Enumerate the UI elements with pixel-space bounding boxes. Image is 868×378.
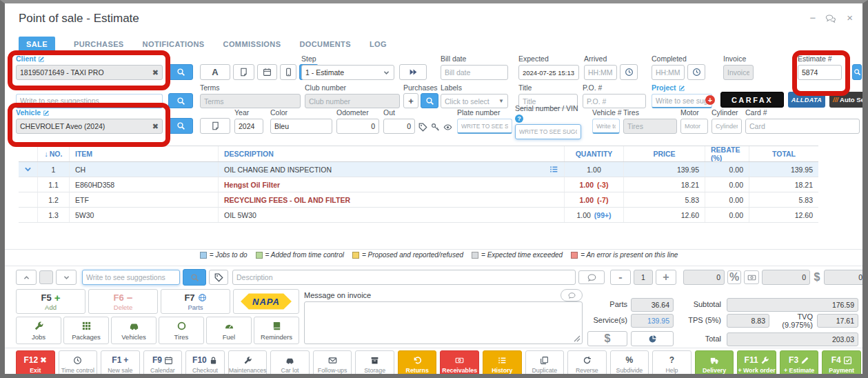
header-quantity[interactable]: QUANTITY (565, 146, 624, 161)
table-row[interactable]: 1.2 ETF RECYCLING FEES - OIL AND FILTER … (19, 192, 818, 208)
help-icon[interactable]: ? (515, 115, 523, 123)
time-control-button[interactable]: Time control (59, 350, 98, 378)
chart-button[interactable] (631, 331, 674, 346)
client-phone-button[interactable] (280, 64, 296, 80)
item-suggestion-input[interactable]: Write to see suggestions (82, 270, 180, 285)
new-sale-button[interactable]: F1+New sale (101, 350, 140, 378)
header-no[interactable]: ↓NO. (38, 146, 70, 161)
tires-button[interactable]: Tires (159, 317, 204, 344)
vehicle-tag-icon[interactable] (418, 121, 427, 133)
message-on-invoice-textarea[interactable] (304, 301, 583, 344)
estimate-refresh-button[interactable] (864, 64, 868, 80)
delivery-button[interactable]: Delivery (695, 350, 734, 378)
header-price[interactable]: PRICE (624, 146, 705, 161)
chevron-down-icon[interactable] (23, 165, 32, 174)
receivables-button[interactable]: Receivables (440, 350, 479, 378)
step-select[interactable]: 1 - Estimate (301, 65, 394, 80)
year-input[interactable]: 2024 (234, 119, 263, 134)
napa-button[interactable]: NAPA (233, 289, 299, 314)
quantity-minus-button[interactable]: - (610, 270, 631, 285)
tab-purchases[interactable]: PURCHASES (74, 40, 124, 48)
client-catalog-button[interactable]: A (200, 64, 230, 80)
autoserve-logo[interactable]: ///Auto Se (829, 92, 868, 108)
client-notes-button[interactable] (233, 64, 254, 80)
clear-vehicle-icon[interactable]: ✖ (152, 122, 159, 131)
completed-input[interactable]: HH:MM (652, 65, 685, 80)
follow-ups-button[interactable]: Follow-ups (313, 350, 352, 378)
card-number-input[interactable]: Card (745, 119, 860, 134)
odometer-input[interactable]: 0 (336, 119, 379, 134)
po-number-input[interactable]: P.O. # (583, 94, 646, 108)
item-description-input[interactable]: Description (232, 270, 576, 285)
job-details-icon[interactable] (549, 165, 558, 174)
vehicle-notes-button[interactable] (200, 118, 230, 134)
plate-number-input[interactable]: WRITE TO SEE SUGGE (457, 119, 512, 134)
work-order-button[interactable]: F11+ Work order (737, 350, 776, 378)
arrived-clock-button[interactable] (620, 64, 638, 80)
client-input[interactable]: 18195071649 - TAXI PRO✖ (16, 65, 163, 80)
add-purchase-button[interactable]: + (403, 93, 418, 108)
client-search-button[interactable] (168, 64, 193, 80)
header-item[interactable]: ITEM (70, 146, 219, 161)
clear-client-icon[interactable]: ✖ (152, 68, 159, 77)
duplicate-button[interactable]: Duplicate (525, 350, 565, 378)
tab-documents[interactable]: DOCUMENTS (299, 40, 351, 48)
cylinder-input[interactable]: Cylinder (711, 119, 742, 134)
quantity-input[interactable]: 1 (634, 270, 653, 285)
header-rebate[interactable]: REBATE (%) (705, 146, 749, 161)
expected-input[interactable]: 2024-07-25 15:13 (518, 65, 579, 80)
estimate-button[interactable]: F3+ Estimate (780, 350, 819, 378)
packages-button[interactable]: Packages (63, 317, 109, 344)
rebate-input[interactable]: 0 (683, 270, 725, 285)
completed-clock-button[interactable] (687, 64, 705, 80)
table-row[interactable]: 1 CH OIL CHANGE AND INSPECTION 1.00 139.… (19, 162, 818, 177)
project-input[interactable]: Write to see sugge (652, 94, 712, 108)
subdivide-button[interactable]: %Subdivide (610, 350, 649, 378)
money-button[interactable] (744, 270, 759, 284)
add-line-button[interactable]: F5+ Add (16, 289, 85, 314)
percent-button[interactable]: % (727, 270, 741, 284)
move-down-button[interactable] (56, 270, 77, 285)
motor-input[interactable]: Motor (680, 119, 708, 134)
header-description[interactable]: DESCRIPTION (219, 146, 565, 161)
tab-commissions[interactable]: COMMISSIONS (223, 40, 281, 48)
vehicle-input[interactable]: CHEVROLET Aveo (2024)✖ (16, 119, 163, 134)
maintenances-button[interactable]: Maintenances (228, 350, 268, 378)
client-appointments-button[interactable] (257, 64, 277, 80)
quantity-plus-button[interactable]: + (656, 270, 676, 285)
move-up-button[interactable] (16, 270, 37, 285)
exit-button[interactable]: F12✖Exit (16, 350, 55, 378)
alldata-logo[interactable]: ALLDATA (788, 92, 825, 108)
edit-icon[interactable] (678, 85, 685, 92)
dollar-toggle-button[interactable]: $ (587, 331, 627, 346)
tires-input[interactable]: Tires (623, 119, 677, 134)
parts-button[interactable]: F7 Parts (161, 289, 230, 314)
position-box[interactable] (39, 270, 53, 284)
car-lot-button[interactable]: Car lot (270, 350, 310, 378)
item-comment-button[interactable] (578, 270, 605, 284)
vehicle-key-search-icon[interactable] (431, 121, 440, 133)
table-row[interactable]: 1.3 5W30 OIL 5W30 1.00(99+) 12.60 0.00 1… (19, 208, 818, 223)
vehicles-button[interactable]: Vehicles (111, 317, 157, 344)
item-tag-button[interactable] (209, 270, 228, 285)
estimate-search-button[interactable] (852, 64, 862, 80)
item-search-button[interactable] (183, 269, 206, 286)
vehicle-eye-icon[interactable] (443, 121, 452, 133)
table-row[interactable]: 1.1 E860HD358 Hengst Oil Filter 1.00(-3)… (19, 177, 818, 192)
next-step-button[interactable] (399, 64, 427, 80)
chat-icon[interactable] (825, 12, 837, 24)
add-project-icon[interactable]: + (705, 95, 715, 105)
jobs-button[interactable]: Jobs (16, 317, 61, 344)
returns-button[interactable]: Returns (398, 350, 437, 378)
tab-sale[interactable]: SALE (19, 37, 55, 52)
tab-notifications[interactable]: NOTIFICATIONS (143, 40, 205, 48)
tab-log[interactable]: LOG (370, 40, 387, 48)
history-button[interactable]: History (483, 350, 522, 378)
payment-button[interactable]: F4Payment (822, 350, 861, 378)
edit-icon[interactable] (43, 110, 50, 117)
purchases-search-button[interactable] (421, 93, 438, 108)
out-input[interactable]: 0 (383, 119, 415, 134)
bill-date-input[interactable]: Bill date (441, 65, 508, 80)
club-number-input[interactable]: Club number (305, 94, 400, 108)
arrived-input[interactable]: HH:MM (584, 65, 617, 80)
